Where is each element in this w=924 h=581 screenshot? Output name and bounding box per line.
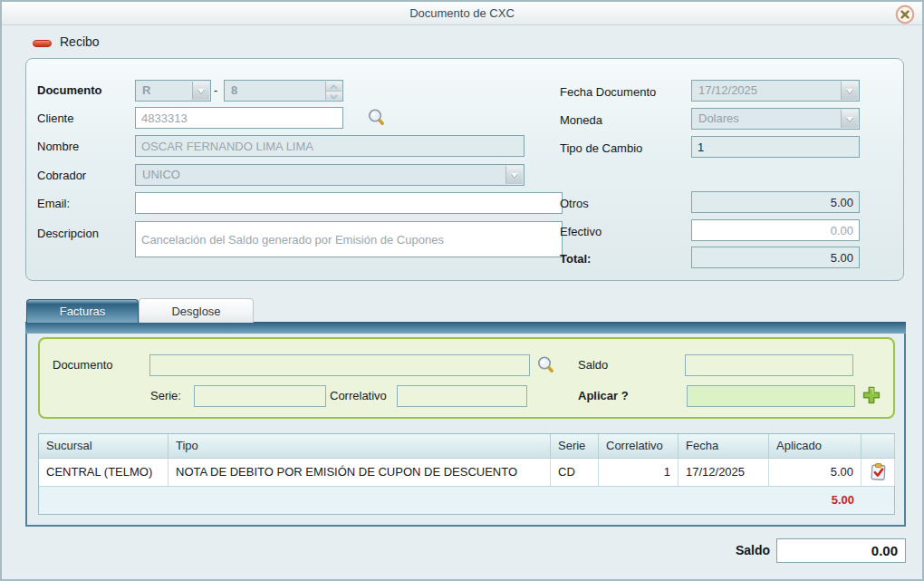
plus-icon [861, 385, 881, 405]
search-icon [366, 107, 387, 128]
nombre-input [135, 135, 525, 157]
chevron-down-icon[interactable] [505, 166, 523, 184]
tab-strip-bar [25, 322, 906, 334]
documento-numero-value: 8 [231, 83, 237, 97]
correlativo-input[interactable] [397, 385, 527, 407]
add-apply-button[interactable] [861, 385, 881, 406]
aplicar-label: Aplicar ? [578, 385, 629, 407]
recibo-dash-icon [33, 40, 52, 47]
dialog-documento-cxc: Documento de CXC Recibo Documento R - 8 [0, 0, 924, 581]
total-input [691, 247, 860, 268]
cell-fecha: 17/12/2025 [679, 459, 769, 486]
table-row[interactable]: CENTRAL (TELMO) NOTA DE DEBITO POR EMISI… [39, 458, 894, 486]
footer-saldo-input [776, 538, 906, 563]
clipboard-check-icon [868, 461, 889, 482]
col-fecha: Fecha [679, 434, 769, 458]
edit-row-button[interactable] [867, 461, 889, 483]
close-button[interactable] [895, 5, 915, 24]
documento-numero-stepper[interactable]: 8 [224, 80, 343, 102]
documento-tipo-select[interactable]: R [135, 80, 211, 102]
nombre-label: Nombre [37, 136, 79, 158]
spin-up-icon[interactable] [326, 82, 342, 91]
cobrador-label: Cobrador [37, 165, 86, 187]
table-header-row: Sucursal Tipo Serie Correlativo Fecha Ap… [39, 434, 894, 458]
documento-label: Documento [37, 80, 102, 102]
tab-desglose[interactable]: Desglose [139, 298, 254, 323]
table-footer-row: 5.00 [39, 486, 894, 514]
cell-aplicado: 5.00 [769, 459, 861, 486]
col-tipo: Tipo [168, 434, 551, 458]
title-bar: Documento de CXC [2, 2, 922, 25]
serie-input[interactable] [194, 385, 326, 407]
close-icon [895, 5, 915, 24]
efectivo-input[interactable] [691, 219, 860, 241]
tipo-cambio-input [691, 136, 860, 158]
section-title: Recibo [60, 34, 100, 49]
footer-saldo-label: Saldo [688, 543, 770, 557]
apply-documento-input[interactable] [149, 354, 530, 376]
documento-tipo-value: R [142, 83, 150, 97]
chevron-down-icon[interactable] [841, 110, 858, 128]
apply-saldo-input[interactable] [685, 354, 853, 376]
cell-correlativo: 1 [599, 459, 679, 486]
cliente-label: Cliente [37, 108, 73, 130]
email-label: Email: [37, 193, 70, 215]
cobrador-value: UNICO [142, 168, 180, 181]
aplicar-input[interactable] [687, 385, 855, 407]
cell-tipo: NOTA DE DEBITO POR EMISIÓN DE CUPON DE D… [168, 459, 551, 486]
chevron-down-icon[interactable] [192, 82, 209, 100]
tab-facturas[interactable]: Facturas [26, 299, 139, 323]
col-actions [861, 434, 895, 458]
tipo-cambio-label: Tipo de Cambio [560, 138, 642, 160]
descripcion-input[interactable] [135, 221, 563, 257]
cliente-input[interactable] [135, 107, 343, 129]
col-correlativo: Correlativo [599, 434, 679, 458]
cliente-search-button[interactable] [365, 107, 387, 129]
col-sucursal: Sucursal [39, 434, 168, 458]
moneda-value: Dolares [698, 111, 739, 125]
document-form-groupbox: Documento R - 8 Cliente [25, 58, 904, 281]
otros-input [691, 191, 860, 213]
total-label: Total: [560, 248, 591, 270]
spin-down-icon[interactable] [326, 91, 342, 101]
col-aplicado: Aplicado [769, 434, 861, 458]
search-icon [535, 354, 556, 375]
cell-serie: CD [551, 459, 599, 486]
fecha-documento-select[interactable]: 17/12/2025 [691, 80, 860, 102]
moneda-select[interactable]: Dolares [691, 108, 860, 130]
apply-saldo-label: Saldo [578, 354, 608, 376]
fecha-documento-value: 17/12/2025 [698, 83, 757, 97]
moneda-label: Moneda [560, 110, 602, 131]
cell-sucursal: CENTRAL (TELMO) [39, 459, 168, 486]
apply-document-panel: Documento Saldo Serie: Correlativo Aplic… [38, 337, 895, 419]
otros-label: Otros [560, 193, 589, 215]
window-title: Documento de CXC [2, 6, 922, 20]
total-aplicado: 5.00 [769, 487, 861, 514]
fecha-documento-label: Fecha Documento [560, 82, 656, 103]
invoices-table: Sucursal Tipo Serie Correlativo Fecha Ap… [38, 433, 895, 515]
email-input[interactable] [135, 192, 563, 214]
efectivo-label: Efectivo [560, 221, 602, 243]
descripcion-label: Descripcion [37, 223, 99, 245]
documento-separator: - [214, 80, 217, 102]
correlativo-label: Correlativo [330, 385, 387, 407]
cobrador-select[interactable]: UNICO [135, 164, 525, 186]
chevron-down-icon[interactable] [841, 82, 858, 100]
apply-documento-search-button[interactable] [534, 354, 556, 376]
col-serie: Serie [551, 434, 599, 458]
serie-label: Serie: [150, 385, 181, 407]
apply-documento-label: Documento [53, 354, 112, 376]
